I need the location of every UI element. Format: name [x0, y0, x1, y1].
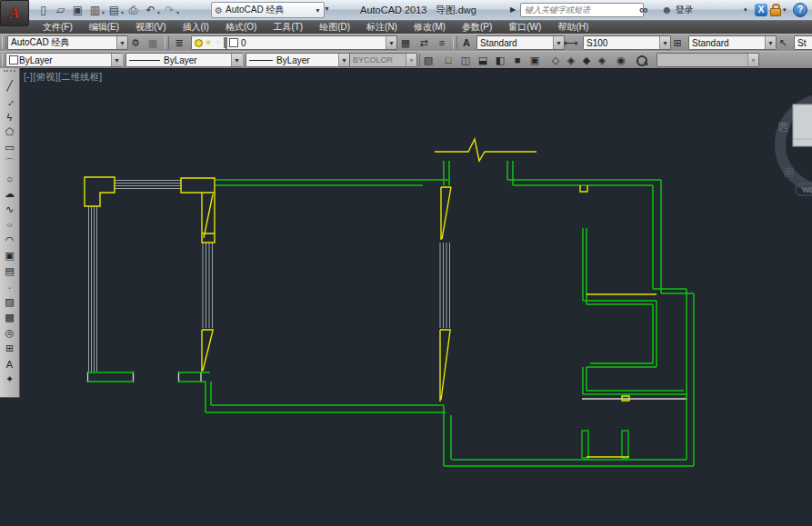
- menu-item-m[interactable]: 修改(M): [406, 21, 454, 34]
- model-space-canvas[interactable]: [-][俯视][二维线框] 西 南 WCS: [0, 68, 812, 526]
- layer-thaw-sun-icon[interactable]: ✳: [204, 38, 213, 47]
- polyline-icon[interactable]: ϟ: [0, 109, 19, 124]
- layer-combo[interactable]: ✳ ✳ 0 ▼: [191, 35, 397, 50]
- menu-bar: 文件(F)编辑(E)视图(V)插入(I)格式(O)工具(T)绘图(D)标注(N)…: [0, 21, 812, 34]
- visual-style-conceptual-icon[interactable]: ■: [509, 53, 526, 67]
- exchange-apps-icon[interactable]: X: [755, 2, 767, 17]
- toolbar-grip[interactable]: [4, 70, 15, 76]
- hatch-icon[interactable]: ▨: [0, 294, 19, 310]
- layer-vp-freeze-icon[interactable]: ✳: [214, 38, 223, 47]
- view-ne-iso-icon[interactable]: ◆: [578, 53, 595, 67]
- construction-line-icon[interactable]: ↔: [0, 94, 19, 109]
- object-color-combo[interactable]: ByLayer ▼: [5, 53, 123, 67]
- point-icon[interactable]: ∙: [0, 279, 19, 294]
- print-icon[interactable]: ⎙: [125, 3, 142, 18]
- toolbar-grip[interactable]: [453, 36, 457, 49]
- spline-icon[interactable]: ∿: [0, 202, 19, 217]
- plan-detail-yellow: [202, 330, 214, 372]
- menu-item-f[interactable]: 文件(F): [35, 21, 81, 34]
- search-flyout-icon[interactable]: ▶: [510, 5, 516, 14]
- titlebar-options-arrow[interactable]: ▾: [744, 2, 747, 17]
- sign-in-button[interactable]: ☻ 登录: [661, 2, 694, 17]
- menu-item-d[interactable]: 绘图(D): [311, 21, 358, 34]
- table-style-combo[interactable]: Standard ▼: [688, 35, 777, 50]
- gradient-icon[interactable]: ▩: [0, 310, 19, 325]
- undo-icon-dropdown-arrow[interactable]: ▾: [157, 9, 160, 15]
- menu-item-t[interactable]: 工具(T): [265, 21, 311, 34]
- view-nw-iso-icon[interactable]: ◈: [594, 53, 610, 67]
- toolbar-grip[interactable]: [2, 36, 6, 49]
- layer-properties-icon[interactable]: ≣: [171, 35, 187, 50]
- rectangle-icon[interactable]: ▭: [0, 140, 19, 155]
- layer-unlock-icon[interactable]: [224, 38, 227, 48]
- lineweight-combo[interactable]: ByLayer ▼: [246, 53, 350, 67]
- view-sw-iso-icon[interactable]: ◇: [547, 53, 564, 67]
- menu-item-o[interactable]: 格式(O): [217, 21, 265, 34]
- help-search-input[interactable]: [520, 3, 644, 17]
- stay-connected-lock-icon[interactable]: [770, 2, 780, 17]
- chevron-down-icon: ▼: [312, 7, 324, 14]
- menu-item-h[interactable]: 帮助(H): [549, 21, 596, 34]
- layer-isolate-icon[interactable]: ≡: [434, 35, 450, 50]
- visual-style-wire-icon[interactable]: ◫: [457, 53, 474, 67]
- insert-block-icon[interactable]: ▣: [0, 248, 19, 263]
- redo-icon[interactable]: ↷: [161, 3, 178, 18]
- new-file-icon[interactable]: ▯: [35, 3, 52, 18]
- save-as-icon-dropdown-arrow[interactable]: ▾: [102, 9, 105, 15]
- table-icon[interactable]: ⊞: [0, 341, 19, 356]
- save-icon[interactable]: ▣: [69, 3, 86, 18]
- plan-detail-yellow: [580, 185, 587, 192]
- match-properties-icon[interactable]: ▧: [420, 53, 436, 67]
- menu-item-p[interactable]: 参数(P): [454, 21, 500, 34]
- revision-cloud-icon[interactable]: ☁: [0, 186, 19, 202]
- arc-icon[interactable]: ⌒: [0, 155, 19, 171]
- menu-item-e[interactable]: 编辑(E): [81, 21, 127, 34]
- menu-item-w[interactable]: 窗口(W): [500, 21, 549, 34]
- visual-style-realistic-icon[interactable]: ◧: [492, 53, 508, 67]
- menu-item-n[interactable]: 标注(N): [358, 21, 406, 34]
- ellipse-arc-icon[interactable]: ◠: [0, 233, 19, 248]
- workspace-settings-icon[interactable]: ⚙: [127, 35, 144, 50]
- point-style-icon[interactable]: ✦: [0, 372, 19, 387]
- camera-icon[interactable]: ◉: [613, 53, 629, 67]
- table-style-icon[interactable]: ⊞: [669, 35, 686, 50]
- toolbar-grip[interactable]: [165, 36, 169, 49]
- linetype-value: ByLayer: [164, 55, 197, 65]
- my-workspace-icon[interactable]: ▦: [145, 35, 161, 50]
- linetype-combo[interactable]: ByLayer ▼: [125, 53, 243, 67]
- mtext-icon[interactable]: A: [0, 356, 19, 372]
- open-file-icon[interactable]: ▱: [52, 3, 69, 18]
- dim-style-combo[interactable]: S100 ▼: [583, 35, 671, 50]
- view-cube[interactable]: 西 南 WCS: [778, 99, 812, 195]
- ellipse-icon[interactable]: ○: [0, 217, 19, 233]
- region-icon[interactable]: ◎: [0, 325, 19, 341]
- dim-style-icon[interactable]: ⟷: [563, 35, 579, 50]
- plot-preview-icon-dropdown-arrow[interactable]: ▾: [121, 9, 124, 15]
- menu-item-v[interactable]: 视图(V): [127, 21, 174, 34]
- named-views-magnifier-icon[interactable]: [636, 55, 648, 67]
- line-icon[interactable]: ╱: [0, 78, 19, 94]
- layer-on-bulb-icon[interactable]: [195, 39, 203, 47]
- menu-item-i[interactable]: 插入(I): [174, 21, 216, 34]
- mleader-style-combo[interactable]: St: [794, 35, 812, 50]
- visual-style-hidden-icon[interactable]: ⬓: [475, 53, 491, 67]
- view-se-iso-icon[interactable]: ◈: [563, 53, 579, 67]
- workspace-switcher[interactable]: ⚙ AutoCAD 经典 ▼: [211, 2, 325, 18]
- workspaces-combo[interactable]: AutoCAD 经典 ▼: [7, 35, 128, 50]
- text-style-icon[interactable]: A: [458, 35, 475, 50]
- layer-states-icon[interactable]: ▦: [397, 35, 414, 50]
- lock-dropdown-arrow[interactable]: ▾: [783, 2, 787, 17]
- search-icon[interactable]: ∞: [639, 2, 647, 17]
- layer-prev-icon[interactable]: ⇄: [416, 35, 432, 50]
- circle-icon[interactable]: ○: [0, 171, 19, 186]
- make-block-icon[interactable]: ▤: [0, 263, 19, 279]
- help-icon[interactable]: ?: [793, 2, 807, 17]
- text-style-combo[interactable]: Standard ▼: [476, 35, 565, 50]
- layer-color-swatch[interactable]: [229, 38, 238, 47]
- visual-style-2dwire-icon[interactable]: □: [440, 53, 456, 67]
- polygon-icon[interactable]: ⬠: [0, 124, 19, 140]
- visual-style-shaded-icon[interactable]: ▣: [526, 53, 543, 67]
- mleader-style-icon[interactable]: ↖: [775, 35, 791, 50]
- application-menu-button[interactable]: A: [0, 0, 29, 26]
- quick-access-overflow-arrow[interactable]: ▼: [324, 5, 330, 12]
